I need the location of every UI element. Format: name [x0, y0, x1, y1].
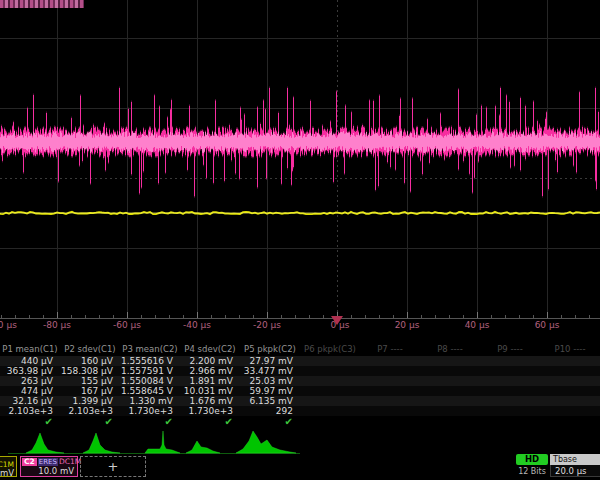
table-value-cell: [480, 356, 540, 366]
status-check-icon: ✔: [180, 416, 240, 428]
histicon[interactable]: [26, 433, 64, 453]
time-axis-label: -60 µs: [113, 320, 141, 330]
table-value-cell: 32.16 µV: [0, 396, 60, 406]
table-value-cell: 1.550084 V: [120, 376, 180, 386]
table-value-cell: 10.031 mV: [180, 386, 240, 396]
table-header-cell[interactable]: P5 pkpk(C2): [240, 343, 300, 356]
table-value-cell: [540, 376, 600, 386]
table-value-cell: [300, 396, 360, 406]
table-header-cell[interactable]: P8 ----: [420, 343, 480, 356]
table-value-cell: [300, 386, 360, 396]
table-header-cell[interactable]: P6 pkpk(C3): [300, 343, 360, 356]
timebase-box[interactable]: Tbase 20.0 µs: [550, 454, 600, 478]
histicon[interactable]: [186, 441, 220, 453]
status-check-icon: [480, 416, 540, 428]
table-value-cell: [420, 366, 480, 376]
c2-scale-label: 10.0 mV: [21, 467, 77, 476]
table-value-cell: 2.966 mV: [180, 366, 240, 376]
table-value-cell: [540, 366, 600, 376]
table-header-cell[interactable]: P4 sdev(C2): [180, 343, 240, 356]
time-axis-label: -80 µs: [43, 320, 71, 330]
table-value-cell: 263 µV: [0, 376, 60, 386]
truncated-pink-text: [0, 0, 84, 8]
c1-descriptor-box[interactable]: DC1M 0 mV: [0, 456, 17, 477]
table-value-cell: 158.308 µV: [60, 366, 120, 376]
table-value-cell: [480, 396, 540, 406]
table-row: 2.103e+32.103e+31.730e+31.730e+3292: [0, 406, 600, 416]
table-value-cell: [300, 366, 360, 376]
table-value-cell: 363.98 µV: [0, 366, 60, 376]
table-value-cell: [360, 386, 420, 396]
status-check-icon: ✔: [60, 416, 120, 428]
status-check-icon: ✔: [0, 416, 60, 428]
table-value-cell: 1.555616 V: [120, 356, 180, 366]
timebase-label: Tbase: [550, 454, 600, 465]
table-header-cell[interactable]: P3 mean(C2): [120, 343, 180, 356]
table-value-cell: [300, 356, 360, 366]
table-value-cell: 2.200 mV: [180, 356, 240, 366]
table-value-cell: 59.97 mV: [240, 386, 300, 396]
table-value-cell: [480, 386, 540, 396]
status-check-icon: ✔: [120, 416, 180, 428]
time-axis-label: 0 µs: [330, 320, 349, 330]
histicon[interactable]: [83, 433, 120, 453]
table-row: 363.98 µV158.308 µV1.557591 V2.966 mV33.…: [0, 366, 600, 376]
table-value-cell: 2.103e+3: [60, 406, 120, 416]
table-header-cell[interactable]: P2 sdev(C1): [60, 343, 120, 356]
table-value-cell: 1.399 µV: [60, 396, 120, 406]
table-row: P1 mean(C1)P2 sdev(C1)P3 mean(C2)P4 sdev…: [0, 343, 600, 356]
table-value-cell: [420, 406, 480, 416]
measurement-table: P1 mean(C1)P2 sdev(C1)P3 mean(C2)P4 sdev…: [0, 343, 600, 428]
table-value-cell: [300, 406, 360, 416]
table-value-cell: 292: [240, 406, 300, 416]
status-check-icon: [300, 416, 360, 428]
time-axis-label: -100 µs: [0, 320, 17, 330]
time-axis-label: 40 µs: [465, 320, 490, 330]
histicon[interactable]: [236, 431, 296, 453]
hd-mode-indicator[interactable]: HD 12 Bits: [516, 454, 548, 476]
table-header-cell[interactable]: P1 mean(C1): [0, 343, 60, 356]
table-value-cell: [420, 356, 480, 366]
table-value-cell: [360, 396, 420, 406]
table-value-cell: 155 µV: [60, 376, 120, 386]
time-axis-label: -40 µs: [183, 320, 211, 330]
time-axis-label: 60 µs: [535, 320, 560, 330]
table-value-cell: [300, 376, 360, 386]
table-value-cell: [540, 406, 600, 416]
table-value-cell: 2.103e+3: [0, 406, 60, 416]
table-value-cell: [540, 396, 600, 406]
table-header-cell[interactable]: P7 ----: [360, 343, 420, 356]
status-check-icon: ✔: [240, 416, 300, 428]
table-value-cell: 160 µV: [60, 356, 120, 366]
table-row: 440 µV160 µV1.555616 V2.200 mV27.97 mV: [0, 356, 600, 366]
table-value-cell: 1.330 mV: [120, 396, 180, 406]
c2-descriptor-box[interactable]: C2 ERES DC1M 10.0 mV: [20, 456, 78, 477]
hd-bits-label: 12 Bits: [516, 465, 548, 476]
status-check-icon: [540, 416, 600, 428]
table-row: 32.16 µV1.399 µV1.330 mV1.676 mV6.135 mV: [0, 396, 600, 406]
table-header-cell[interactable]: P9 ----: [480, 343, 540, 356]
table-value-cell: 33.477 mV: [240, 366, 300, 376]
table-value-cell: [480, 376, 540, 386]
timebase-value: 20.0 µs: [550, 465, 600, 477]
table-value-cell: 167 µV: [60, 386, 120, 396]
status-check-icon: [420, 416, 480, 428]
table-value-cell: [360, 406, 420, 416]
c1-scale-label: 0 mV: [0, 468, 14, 478]
table-value-cell: 474 µV: [0, 386, 60, 396]
table-value-cell: 25.03 mV: [240, 376, 300, 386]
table-value-cell: 1.891 mV: [180, 376, 240, 386]
table-value-cell: 1.730e+3: [180, 406, 240, 416]
plus-icon: +: [108, 459, 119, 474]
time-axis: -100 µs-80 µs-60 µs-40 µs-20 µs0 µs20 µs…: [0, 320, 600, 334]
table-header-cell[interactable]: P10 ----: [540, 343, 600, 356]
histicon[interactable]: [145, 431, 180, 453]
table-value-cell: [480, 366, 540, 376]
table-value-cell: 1.558645 V: [120, 386, 180, 396]
table-value-cell: 27.97 mV: [240, 356, 300, 366]
hd-badge: HD: [516, 454, 548, 465]
table-value-cell: [420, 376, 480, 386]
time-axis-label: 20 µs: [395, 320, 420, 330]
table-value-cell: [360, 366, 420, 376]
add-trace-button[interactable]: +: [80, 456, 146, 477]
